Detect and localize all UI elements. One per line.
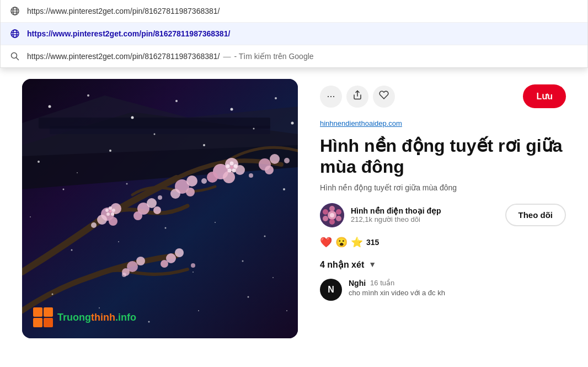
svg-point-72 [253,128,255,130]
address-text-2: https://www.pinterest2get.com/pin/816278… [27,29,230,38]
svg-point-5 [13,30,17,38]
star-emoji: ⭐ [351,236,363,248]
pin-title: Hình nền động tuyết rơi giữa mùa đông [320,135,566,178]
watermark: Truongthinh.info [33,307,136,327]
svg-point-82 [198,310,199,311]
svg-point-56 [232,169,236,173]
svg-point-22 [153,206,161,214]
svg-point-90 [272,277,274,278]
svg-point-75 [118,241,119,242]
svg-point-69 [109,150,111,152]
svg-point-51 [106,212,110,216]
profile-name: Hình nền điện thoại đẹp [351,206,499,215]
svg-point-26 [186,188,195,196]
wow-emoji: 😮 [335,236,348,248]
svg-point-87 [126,183,128,185]
pin-image: Truongthinh.info [22,79,298,338]
svg-point-47 [191,263,195,268]
reaction-count: 315 [366,238,379,247]
image-section: Truongthinh.info [22,79,298,338]
svg-rect-14 [39,118,270,129]
comment-author-row: Nghi 16 tuần [349,279,445,288]
avatar[interactable] [320,203,344,227]
svg-point-95 [336,209,341,215]
svg-point-29 [207,172,218,183]
source-link[interactable]: hinhnendienthoaidep.com [320,119,566,127]
pin-subtitle: Hình nền động tuyết rơi giữa mùa đông [320,183,566,192]
comment-body: Nghi 16 tuần cho mình xin video với a đc… [349,279,445,297]
svg-point-89 [242,260,244,262]
svg-point-66 [291,122,294,125]
svg-point-63 [175,100,178,102]
svg-point-43 [201,178,207,184]
comments-header[interactable]: 4 nhận xét ▼ [320,259,566,270]
svg-point-67 [38,161,40,163]
action-bar: ··· [320,84,566,108]
svg-point-88 [193,272,194,273]
action-icons: ··· [320,86,395,108]
svg-point-98 [323,216,328,221]
address-row-1[interactable]: https://www.pinterest2get.com/pin/816278… [1,0,587,23]
svg-point-24 [186,175,197,187]
comment-text: cho mình xin video với a đc kh [349,289,445,297]
save-button[interactable]: Lưu [523,84,566,108]
svg-point-20 [147,198,157,208]
svg-point-36 [136,257,145,265]
svg-point-49 [112,209,115,212]
profile-info: Hình nền điện thoại đẹp 212,1k người the… [351,206,499,224]
more-options-button[interactable]: ··· [320,86,342,108]
address-row-3[interactable]: https://www.pinterest2get.com/pin/816278… [1,45,587,67]
svg-point-65 [275,97,277,99]
svg-point-41 [91,222,97,228]
address-text-1: https://www.pinterest2get.com/pin/816278… [27,7,220,15]
svg-point-94 [329,206,335,211]
svg-point-86 [77,172,78,173]
heart-emoji: ❤️ [320,236,332,248]
share-button[interactable] [346,86,368,108]
svg-point-81 [148,321,150,323]
svg-point-61 [87,94,89,97]
svg-point-68 [63,189,65,190]
svg-point-77 [215,222,216,223]
svg-point-46 [122,273,126,277]
svg-point-79 [52,294,54,295]
svg-point-100 [330,213,334,217]
svg-point-54 [230,162,234,166]
svg-line-9 [17,58,19,60]
svg-point-60 [49,105,51,108]
comment-author-initial: N [328,285,334,295]
svg-point-99 [323,209,328,215]
comment-time: 16 tuần [370,279,394,287]
search-icon [9,51,20,62]
svg-point-78 [264,236,266,237]
svg-point-39 [175,248,184,257]
address-row-2[interactable]: https://www.pinterest2get.com/pin/816278… [1,23,587,45]
svg-point-74 [71,249,73,251]
svg-point-76 [165,227,167,229]
share-icon [352,90,362,103]
svg-point-34 [265,166,274,174]
svg-point-44 [249,173,253,178]
svg-point-64 [231,108,233,111]
profile-followers: 212,1k người theo dõi [351,215,499,224]
svg-point-58 [226,164,230,168]
svg-point-84 [286,310,287,311]
like-button[interactable] [373,86,395,108]
svg-point-30 [223,171,235,183]
globe-icon-1 [9,6,20,17]
svg-point-25 [170,189,180,199]
svg-point-57 [228,169,232,173]
follow-button[interactable]: Theo dõi [505,204,566,226]
svg-point-18 [109,217,117,226]
svg-point-83 [248,296,249,298]
watermark-logo [33,307,53,327]
more-options-icon: ··· [327,91,335,102]
globe-icon-2 [9,28,20,39]
svg-point-48 [109,206,112,210]
reactions-row: ❤️ 😮 ⭐ 315 [320,236,566,248]
svg-point-85 [30,216,31,217]
svg-point-50 [111,212,114,216]
chevron-down-icon: ▼ [368,260,376,269]
svg-point-62 [131,116,134,119]
comments-count: 4 nhận xét [320,259,364,270]
